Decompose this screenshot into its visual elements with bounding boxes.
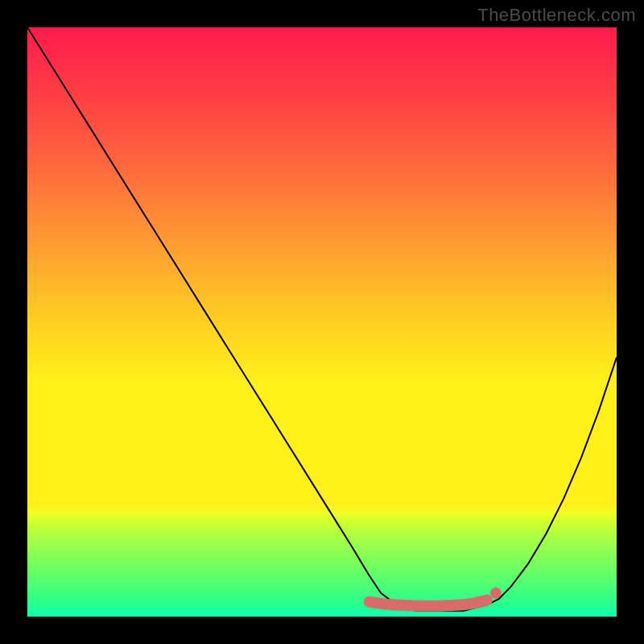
series-minimum-marker [369, 601, 487, 606]
chart-svg [27, 27, 617, 617]
plot-area [27, 27, 617, 617]
series-minimum-end-marker [490, 588, 502, 599]
watermark-text: TheBottleneck.com [477, 5, 636, 26]
series-bottleneck-curve [27, 27, 617, 611]
chart-frame: TheBottleneck.com [0, 0, 644, 644]
